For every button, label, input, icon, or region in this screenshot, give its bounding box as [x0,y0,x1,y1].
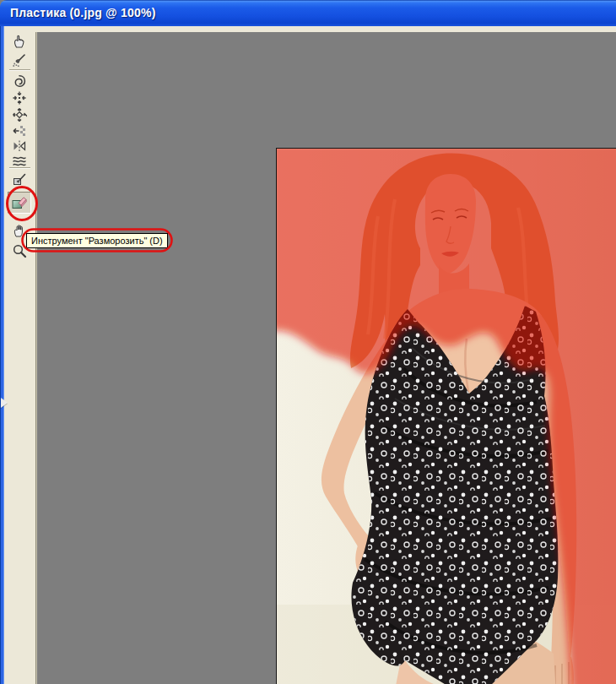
canvas-area[interactable] [37,32,616,684]
tool-pucker[interactable] [9,89,30,107]
freeze-mask-icon [12,171,27,187]
twirl-clockwise-icon [12,73,27,89]
pucker-icon [12,90,27,106]
window-title: Пластика (0.jpg @ 100%) [10,6,156,19]
tool-forward-warp[interactable] [9,32,30,51]
liquify-dialog-window: Пластика (0.jpg @ 100%) [0,0,616,684]
photo-image [277,149,616,684]
forward-warp-icon [12,34,27,49]
photo-document[interactable] [276,148,616,684]
liquify-tool-column [4,32,35,684]
bloat-icon [12,107,27,122]
zoom-icon [12,243,27,258]
toolbar-canvas-divider [35,32,37,684]
tool-tooltip: Инструмент "Разморозить" (D) [26,233,168,248]
reconstruct-icon [12,52,27,68]
thaw-mask-icon [11,194,28,211]
panel-expand-arrow-icon[interactable] [1,398,8,408]
tool-reconstruct[interactable] [9,51,30,69]
tool-freeze-mask[interactable] [9,170,30,188]
hand-icon [12,223,27,238]
toolbar-separator [9,167,30,169]
toolbar-separator [9,69,30,71]
window-titlebar[interactable]: Пластика (0.jpg @ 100%) [0,0,616,26]
tool-twirl-clockwise[interactable] [9,72,30,90]
tool-thaw-mask[interactable] [8,192,31,214]
